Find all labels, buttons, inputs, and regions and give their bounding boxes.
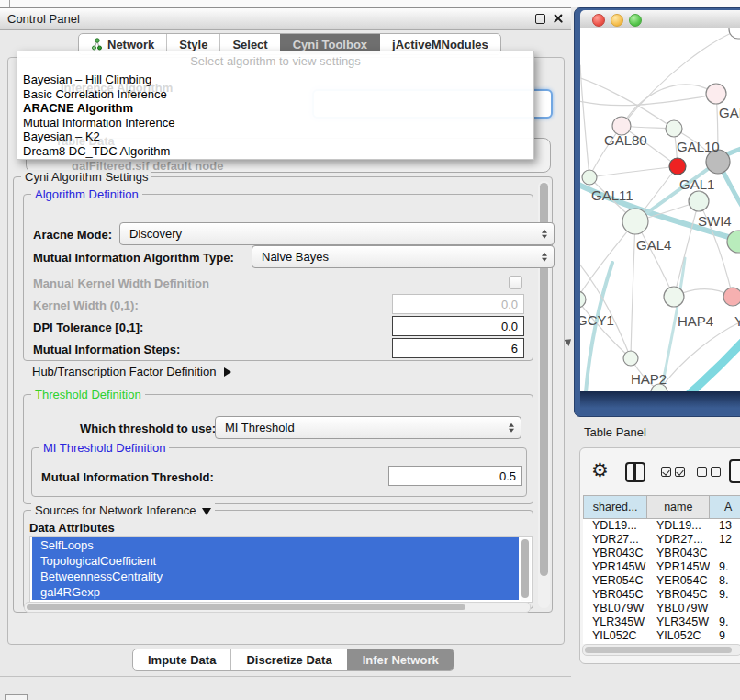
collapse-down-icon[interactable] [202, 508, 211, 515]
attribute-item-topologicalcoefficient[interactable]: TopologicalCoefficient [32, 553, 519, 569]
network-node[interactable] [582, 170, 597, 185]
mi-threshold-group: MI Threshold Definition Mutual Informati… [31, 447, 527, 497]
mi-algorithm-type-select[interactable]: Naive Bayes [252, 245, 555, 268]
bottom-tab-discretize-data[interactable]: Discretize Data [230, 649, 346, 670]
which-threshold-value: MI Threshold [225, 421, 295, 435]
settings-group-title: Cyni Algorithm Settings [21, 170, 151, 184]
column-header-a[interactable]: A [710, 495, 740, 519]
dpi-tolerance-field[interactable]: 0.0 [392, 316, 524, 336]
network-node[interactable] [669, 158, 686, 175]
network-node[interactable] [666, 120, 682, 137]
column-header-shared[interactable]: shared... [583, 495, 647, 519]
threshold-definition-title: Threshold Definition [31, 388, 145, 401]
deselect-all-checkbox-icon[interactable] [697, 467, 721, 477]
table-row[interactable]: YLR345WYLR345W9. [583, 615, 740, 629]
network-window-bottom-frame [580, 391, 740, 415]
dropdown-item-mutual-information-inference[interactable]: Mutual Information Inference [21, 116, 530, 130]
split-columns-icon[interactable] [625, 462, 645, 482]
data-attributes-list[interactable]: SelfLoopsTopologicalCoefficientBetweenne… [29, 536, 533, 603]
network-node[interactable] [580, 291, 586, 308]
which-threshold-label: Which threshold to use: [80, 422, 216, 435]
network-node[interactable] [729, 28, 740, 39]
attribute-item-selfloops[interactable]: SelfLoops [32, 537, 519, 553]
table-cell: YDR27... [647, 533, 710, 547]
hub-definition-expander[interactable]: Hub/Transcription Factor Definition [32, 365, 231, 378]
table-cell: YDL19... [647, 519, 710, 533]
table-cell: YER054C [583, 574, 647, 588]
network-edge [580, 221, 635, 299]
select-all-checkbox-icon[interactable] [661, 467, 685, 477]
kernel-width-field[interactable]: 0.0 [392, 294, 524, 314]
zoom-button[interactable] [629, 14, 642, 27]
table-hscrollbar-thumb[interactable] [585, 647, 732, 653]
bottom-tab-infer-network[interactable]: Infer Network [347, 649, 454, 670]
hub-definition-label: Hub/Transcription Factor Definition [32, 365, 216, 378]
collapsed-panel-handle[interactable] [5, 694, 28, 700]
attributes-scrollbar[interactable] [521, 538, 531, 601]
cyni-algorithm-settings-group: Cyni Algorithm Settings Algorithm Defini… [13, 176, 553, 613]
network-node[interactable] [723, 288, 740, 306]
manual-kernel-checkbox[interactable] [509, 276, 522, 289]
close-icon[interactable] [553, 13, 564, 24]
network-node[interactable] [622, 209, 648, 234]
network-node[interactable] [623, 351, 638, 366]
network-node[interactable] [706, 84, 726, 104]
network-node[interactable] [664, 287, 684, 307]
network-node[interactable] [727, 231, 740, 253]
function-icon[interactable] [729, 459, 740, 483]
close-button[interactable] [592, 14, 605, 27]
table-cell: YPR145W [583, 560, 647, 574]
network-edge [580, 258, 631, 358]
mi-steps-field[interactable]: 6 [392, 338, 524, 358]
table-row[interactable]: YDR27...YDR27...12 [583, 533, 740, 547]
table-rows: YDL19...YDL19...13YDR27...YDR27...12YBR0… [583, 519, 740, 644]
table-hscrollbar[interactable] [582, 644, 740, 656]
table-cell: YBL079W [583, 602, 647, 615]
network-graph[interactable]: GALGAL80GAL10GAL1GAL11SWI4GAL4GCY1HAP4YH… [580, 28, 740, 391]
network-window-titlebar[interactable] [580, 10, 740, 29]
attribute-item-gal4rgexp[interactable]: gal4RGexp [32, 584, 519, 600]
float-window-icon[interactable] [535, 14, 545, 24]
attributes-hscrollbar-thumb[interactable] [27, 604, 465, 610]
dropdown-item-aracne-algorithm[interactable]: ARACNE Algorithm [21, 101, 530, 116]
network-canvas[interactable]: GALGAL80GAL10GAL1GAL11SWI4GAL4GCY1HAP4YH… [580, 28, 740, 391]
attribute-item-betweennesscentrality[interactable]: BetweennessCentrality [32, 569, 519, 584]
table-cell: 9. [710, 615, 740, 629]
table-cell: 9 [710, 629, 740, 643]
table-row[interactable]: YPR145WYPR145W9. [583, 560, 740, 574]
table-row[interactable]: YBR045CYBR045C9. [583, 588, 740, 602]
minimize-button[interactable] [611, 14, 623, 27]
stepper-arrows-icon [542, 252, 547, 262]
table-cell: YLR345W [583, 615, 647, 629]
kernel-width-label: Kernel Width (0,1): [33, 299, 139, 312]
node-table: shared...nameA YDL19...YDL19...13YDR27..… [583, 495, 740, 644]
table-row[interactable]: YBR043CYBR043C [583, 547, 740, 560]
table-cell: YBR043C [647, 547, 710, 560]
attributes-hscrollbar[interactable] [24, 602, 531, 613]
tab-label: jActiveMNodules [392, 38, 488, 51]
mi-threshold-label: Mutual Information Threshold: [41, 470, 214, 484]
aracne-mode-select[interactable]: Discovery [119, 222, 555, 245]
table-row[interactable]: YDL19...YDL19...13 [583, 519, 740, 533]
table-row[interactable]: YBL079WYBL079W [583, 602, 740, 615]
table-row[interactable]: YIL052CYIL052C9 [583, 629, 740, 643]
mi-threshold-field[interactable]: 0.5 [388, 466, 522, 486]
mi-threshold-group-title: MI Threshold Definition [39, 441, 169, 455]
expand-right-icon [224, 367, 231, 377]
bottom-tab-impute-data[interactable]: Impute Data [133, 649, 230, 670]
network-edge [580, 65, 589, 177]
column-header-name[interactable]: name [647, 495, 710, 519]
gear-icon[interactable]: ⚙ [591, 457, 609, 483]
data-attributes-label: Data Attributes [29, 521, 115, 535]
network-icon [91, 38, 103, 51]
attributes-scrollbar-thumb[interactable] [521, 539, 529, 598]
network-node[interactable] [689, 191, 709, 211]
network-node-label: GAL1 [679, 176, 714, 192]
network-node-label: SWI4 [698, 213, 732, 229]
table-cell: YIL052C [647, 629, 710, 643]
algorithm-definition-title: Algorithm Definition [31, 187, 142, 201]
table-row[interactable]: YER054CYER054C8. [583, 574, 740, 588]
table-cell: 9. [710, 560, 740, 574]
which-threshold-select[interactable]: MI Threshold [215, 416, 521, 439]
table-cell: YIL052C [583, 629, 647, 643]
